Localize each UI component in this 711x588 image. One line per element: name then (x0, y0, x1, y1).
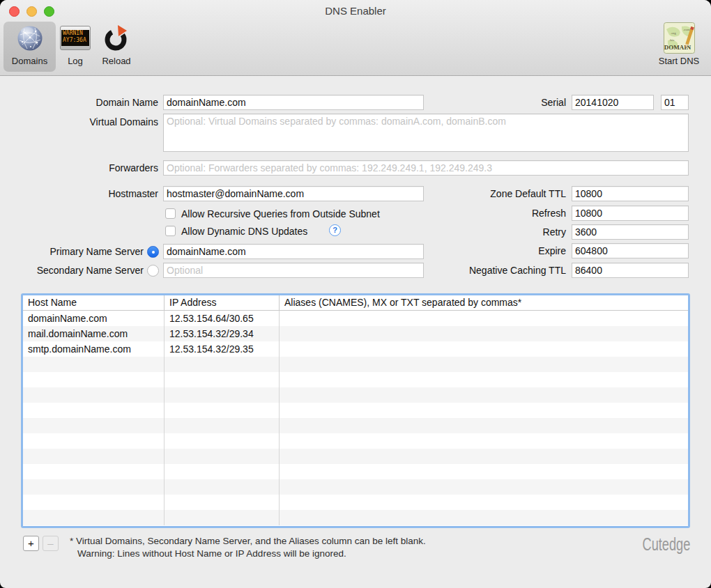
domain-map-icon: .org .com .biz DOMAIN (652, 22, 705, 54)
allow-dynamic-label: Allow Dynamic DNS Updates (181, 226, 307, 238)
table-row[interactable] (23, 387, 688, 403)
expire-label: Expire (418, 243, 566, 258)
primary-ns-radio[interactable] (147, 246, 159, 258)
footer-note: * Virtual Domains, Secondary Name Server… (70, 535, 426, 560)
table-cell: 12.53.154.32/29.35 (165, 341, 280, 357)
toolbar-item-reload[interactable]: Reload (95, 22, 138, 72)
table-row[interactable] (23, 357, 688, 372)
serial-input[interactable] (572, 95, 654, 110)
serial-suffix-input[interactable] (661, 95, 689, 110)
toolbar-item-start-dns[interactable]: .org .com .biz DOMAIN Start DNS (652, 22, 705, 72)
toolbar-item-log[interactable]: WARNINAY7:36A Log (59, 22, 92, 72)
table-cell: 12.53.154.64/30.65 (165, 311, 280, 326)
table-row[interactable] (23, 479, 688, 495)
table-row[interactable] (23, 372, 688, 387)
table-row[interactable]: smtp.domainName.com12.53.154.32/29.35 (23, 341, 688, 357)
secondary-ns-radio[interactable] (147, 265, 159, 277)
table-cell (23, 433, 165, 449)
domain-name-label: Domain Name (0, 95, 158, 110)
table-row[interactable] (23, 495, 688, 510)
domain-name-input[interactable] (163, 95, 424, 110)
table-cell (23, 479, 165, 495)
table-cell (165, 479, 280, 495)
footer-note-line2: Warning: Lines without Host Name or IP A… (70, 548, 426, 560)
refresh-input[interactable] (572, 206, 689, 221)
reload-circular-arrow-icon (95, 22, 138, 54)
table-row[interactable] (23, 449, 688, 464)
table-cell (280, 357, 688, 372)
app-window: DNS Enabler (0, 0, 711, 588)
column-header-host-name[interactable]: Host Name (23, 295, 165, 310)
toolbar-label-start-dns: Start DNS (652, 56, 705, 66)
zone-default-ttl-label: Zone Default TTL (418, 186, 566, 201)
retry-label: Retry (418, 224, 566, 240)
table-cell (23, 495, 165, 510)
allow-recursive-label: Allow Recursive Queries from Outside Sub… (181, 208, 380, 220)
secondary-ns-label: Secondary Name Server (0, 263, 144, 278)
table-cell (280, 403, 688, 418)
forwarders-input[interactable] (163, 160, 689, 176)
toolbar-label-domains: Domains (3, 56, 56, 66)
table-cell (165, 495, 280, 510)
remove-row-button[interactable]: – (43, 536, 59, 551)
add-row-button[interactable]: + (23, 536, 39, 551)
window-title: DNS Enabler (0, 5, 711, 17)
table-cell (165, 433, 280, 449)
serial-label: Serial (488, 95, 566, 110)
svg-text:.org: .org (671, 31, 676, 35)
table-row[interactable] (23, 510, 688, 525)
secondary-ns-input[interactable] (163, 263, 424, 278)
table-cell: 12.53.154.32/29.34 (165, 326, 280, 341)
svg-text:.com: .com (683, 28, 690, 31)
allow-dynamic-checkbox[interactable] (165, 226, 176, 236)
table-row[interactable] (23, 464, 688, 479)
table-cell (280, 311, 688, 326)
refresh-label: Refresh (418, 206, 566, 221)
forwarders-label: Forwarders (0, 160, 158, 176)
negative-caching-ttl-label: Negative Caching TTL (418, 263, 566, 278)
table-cell (165, 464, 280, 479)
hostmaster-label: Hostmaster (0, 186, 158, 201)
table-cell (280, 479, 688, 495)
table-cell (165, 510, 280, 525)
zone-default-ttl-input[interactable] (572, 186, 689, 201)
footer-note-line1: * Virtual Domains, Secondary Name Server… (70, 535, 426, 548)
table-cell (280, 372, 688, 387)
help-button[interactable]: ? (329, 224, 341, 236)
allow-recursive-checkbox[interactable] (165, 208, 176, 219)
table-cell (165, 357, 280, 372)
toolbar-label-log: Log (59, 56, 92, 66)
retry-input[interactable] (572, 224, 689, 240)
hostmaster-input[interactable] (163, 186, 424, 201)
virtual-domains-label: Virtual Domains (0, 114, 158, 130)
primary-ns-input[interactable] (163, 244, 424, 259)
expire-input[interactable] (572, 243, 689, 258)
table-row[interactable] (23, 418, 688, 433)
table-row[interactable]: mail.domainName.com12.53.154.32/29.34 (23, 326, 688, 341)
table-cell (165, 403, 280, 418)
table-row[interactable] (23, 433, 688, 449)
table-cell (23, 449, 165, 464)
table-cell (280, 464, 688, 479)
toolbar-label-reload: Reload (95, 56, 138, 66)
virtual-domains-textarea[interactable] (163, 114, 689, 152)
host-table[interactable]: Host Name IP Address Aliases (CNAMES), M… (21, 293, 690, 528)
table-cell: domainName.com (23, 311, 165, 326)
negative-caching-ttl-input[interactable] (572, 263, 689, 278)
globe-network-icon (3, 22, 56, 54)
table-cell (165, 418, 280, 433)
window-header: DNS Enabler (0, 0, 711, 76)
table-row[interactable] (23, 403, 688, 418)
table-cell (165, 449, 280, 464)
table-cell (280, 326, 688, 341)
table-cell (280, 387, 688, 403)
table-cell (23, 418, 165, 433)
column-header-aliases[interactable]: Aliases (CNAMES), MX or TXT separated by… (280, 295, 688, 310)
host-table-body: domainName.com12.53.154.64/30.65mail.dom… (23, 311, 688, 525)
table-row[interactable]: domainName.com12.53.154.64/30.65 (23, 311, 688, 326)
toolbar-item-domains[interactable]: Domains (3, 22, 56, 72)
table-cell (165, 387, 280, 403)
table-cell (23, 464, 165, 479)
column-header-ip-address[interactable]: IP Address (165, 295, 280, 310)
table-cell (280, 449, 688, 464)
